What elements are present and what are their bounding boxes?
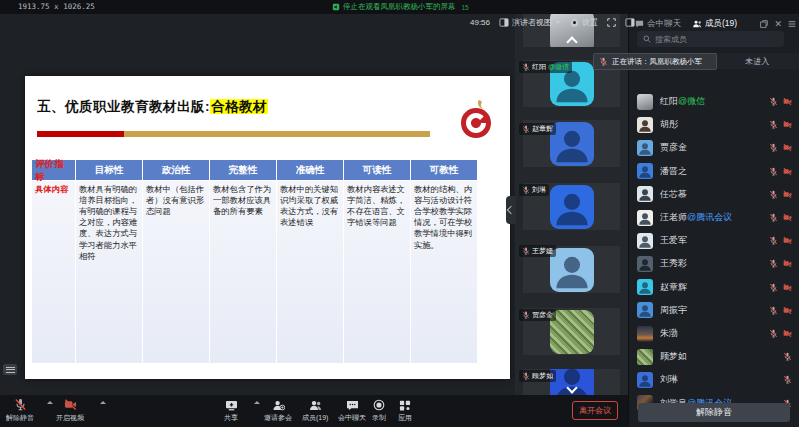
member-list-item[interactable]: 刘琳 <box>629 368 799 391</box>
search-members-input[interactable]: 搜索成员 <box>637 31 784 47</box>
mic-muted-icon[interactable] <box>769 143 778 152</box>
table-cell: 教材具有明确的培养目标指向，有明确的课程与之对应，内容难度、表达方式与学习者能力… <box>76 181 142 363</box>
tab-not-joined[interactable]: 未进入 <box>715 53 799 69</box>
avatar <box>637 302 653 318</box>
table-cell: 教材中的关键知识均采取了权威表达方式，没有表述错误 <box>277 181 343 363</box>
presentation-slide: 五、优质职业教育教材出版:合格教材 评价指标目标性政治性完整性准确性可读性可教性… <box>25 76 510 379</box>
screen-share-badge: 15 <box>462 4 469 11</box>
member-source-tag: @腾讯会议 <box>687 211 732 224</box>
member-list-item[interactable]: 赵章辉 <box>629 276 799 299</box>
member-list-item[interactable]: 周振宇 <box>629 299 799 322</box>
mic-muted-icon <box>522 372 530 380</box>
table-header-cell: 可读性 <box>344 160 410 180</box>
sidebar-toggle-icon[interactable] <box>625 18 635 27</box>
camera-muted-icon[interactable] <box>783 283 792 292</box>
camera-muted-icon[interactable] <box>783 143 792 152</box>
mic-muted-icon[interactable] <box>769 120 778 129</box>
mic-muted-icon <box>522 247 530 255</box>
meeting-topbar-controls: 49:56 演讲者视图 设置 <box>470 16 635 29</box>
camera-muted-icon[interactable] <box>783 259 792 268</box>
mic-muted-icon[interactable] <box>769 306 778 315</box>
panel-collapse-handle[interactable] <box>506 196 516 224</box>
scroll-strip-down-button[interactable] <box>568 384 576 392</box>
layout-view-icon <box>499 18 509 27</box>
toolbar-record-button[interactable]: 录制 <box>372 399 386 423</box>
close-icon[interactable]: ✕ <box>774 19 782 29</box>
toolbar-chat-button[interactable]: 会中聊天 <box>338 399 366 423</box>
record-icon <box>373 399 385 411</box>
member-list-item[interactable]: 王爱军 <box>629 229 799 252</box>
mic-muted-icon[interactable] <box>783 352 792 361</box>
table-cell: 教材包含了作为一部教材应该具备的所有要素 <box>210 181 276 363</box>
chat-bubble-icon <box>346 399 359 411</box>
table-cell: 教材的结构、内容与活动设计符合学校教学实际情况，可在学校教学情境中得到实施。 <box>411 181 477 363</box>
popout-icon[interactable] <box>760 20 768 28</box>
camera-muted-icon[interactable] <box>783 236 792 245</box>
member-list-item[interactable]: 胡彤 <box>629 113 799 136</box>
member-list-item[interactable]: 贾彦金 <box>629 136 799 159</box>
member-list-item[interactable]: 朱渤 <box>629 322 799 345</box>
toolbar-unmute-button[interactable]: 解除静音 <box>6 399 34 423</box>
member-name: 红阳 <box>660 95 678 108</box>
settings-button[interactable]: 设置 <box>570 17 598 28</box>
camera-muted-icon[interactable] <box>783 329 792 338</box>
avatar <box>637 210 653 226</box>
gear-icon <box>570 18 579 27</box>
camera-muted-icon[interactable] <box>783 97 792 106</box>
toolbar-share-button[interactable]: 共享 <box>224 399 238 423</box>
camera-muted-icon[interactable] <box>783 306 792 315</box>
mic-muted-icon <box>599 57 608 66</box>
mic-muted-icon[interactable] <box>783 375 792 384</box>
member-list-item[interactable]: 红阳@微信 <box>629 90 799 113</box>
video-options-caret[interactable] <box>100 401 106 404</box>
view-mode-selector[interactable]: 演讲者视图 <box>499 17 561 28</box>
toolbar-invite-button[interactable]: 邀请参会 <box>264 399 292 423</box>
mic-muted-icon <box>522 186 530 194</box>
mic-muted-icon[interactable] <box>769 167 778 176</box>
toolbar-members-button[interactable]: 成员(19) <box>302 399 328 423</box>
toolbar-apps-button[interactable]: 应用 <box>398 399 412 423</box>
mic-options-caret[interactable] <box>47 401 53 404</box>
avatar <box>637 349 653 365</box>
member-name: 贾彦金 <box>660 141 687 154</box>
member-name: 王秀彩 <box>660 257 687 270</box>
apps-grid-icon <box>399 399 411 411</box>
video-participant-name: 刘琳 <box>519 184 549 196</box>
member-list-item[interactable]: 王秀彩 <box>629 252 799 275</box>
member-name: 周振宇 <box>660 304 687 317</box>
mic-muted-icon[interactable] <box>769 283 778 292</box>
screen-share-status[interactable]: 停止在观看凤凰职教杨小军的屏幕 15 <box>332 2 469 12</box>
video-participant-name: 王梦婕 <box>519 245 556 257</box>
mic-muted-icon[interactable] <box>769 190 778 199</box>
camera-muted-icon[interactable] <box>783 213 792 222</box>
slide-title-highlight: 合格教材 <box>210 99 268 114</box>
video-thumbnail-strip: 红阳@微信 赵章辉 刘琳 王梦婕 贾彦金 顾梦如 <box>515 14 628 395</box>
member-list-item[interactable]: 顾梦如 <box>629 345 799 368</box>
share-options-caret[interactable] <box>254 401 260 404</box>
avatar <box>550 185 594 229</box>
member-list: 红阳@微信 胡彤 贾彦金 潘晋之 任芯慕 汪老师@腾讯会议 王爱军 <box>629 72 799 417</box>
mic-muted-icon[interactable] <box>769 213 778 222</box>
mic-muted-icon[interactable] <box>769 329 778 338</box>
members-icon <box>309 399 322 411</box>
member-list-item[interactable]: 潘晋之 <box>629 160 799 183</box>
table-header-cell: 准确性 <box>277 160 343 180</box>
mic-muted-icon <box>522 63 530 71</box>
slideshow-toolbar-icon[interactable] <box>3 364 17 375</box>
collapse-strip-up-button[interactable] <box>568 38 576 46</box>
camera-muted-icon[interactable] <box>783 120 792 129</box>
phoenix-logo-icon <box>458 100 494 140</box>
mic-muted-icon[interactable] <box>769 236 778 245</box>
leave-meeting-button[interactable]: 离开会议 <box>572 401 618 420</box>
fullscreen-icon[interactable] <box>607 18 616 27</box>
unmute-button[interactable]: 解除静音 <box>638 403 790 422</box>
camera-muted-icon[interactable] <box>783 167 792 176</box>
camera-muted-icon[interactable] <box>783 190 792 199</box>
mic-muted-icon[interactable] <box>769 259 778 268</box>
member-list-item[interactable]: 任芯慕 <box>629 183 799 206</box>
member-name: 潘晋之 <box>660 165 687 178</box>
member-list-item[interactable]: 汪老师@腾讯会议 <box>629 206 799 229</box>
mic-muted-icon[interactable] <box>769 97 778 106</box>
panel-menu-icon[interactable] <box>788 20 796 28</box>
toolbar-start-video-button[interactable]: 开启视频 <box>56 399 84 423</box>
